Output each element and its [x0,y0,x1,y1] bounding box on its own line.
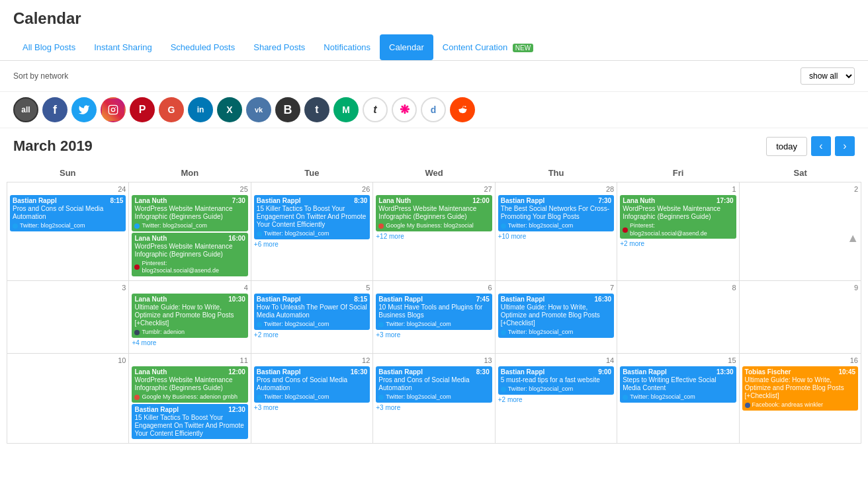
network-icon-instagram[interactable] [101,97,126,122]
calendar-week-2: 3 4 Lana Nuth10:30 Ultimate Guide: How t… [7,281,861,354]
calendar-day-28-thu: 28 Bastian Rappl7:30 The Best Social Net… [496,182,617,280]
event[interactable]: Lana Nuth7:30 WordPress Website Maintena… [132,195,247,231]
day-header-sun: Sun [7,164,129,182]
calendar-day-5: 5 Bastian Rappl8:15 How To Unleash The P… [251,281,373,353]
network-icon-xing[interactable]: X [217,97,242,122]
calendar-day-26-tue: 26 Bastian Rappl8:30 15 Killer Tactics T… [251,182,373,280]
event[interactable]: Bastian Rappl7:45 10 Must Have Tools and… [376,294,492,330]
more-events-link[interactable]: +10 more [498,233,614,240]
more-events-link[interactable]: +3 more [376,331,492,339]
calendar-week-3: 10 11 Lana Nuth12:00 WordPress Website M… [7,354,861,444]
day-header-thu: Thu [495,164,617,182]
scroll-up-indicator[interactable]: ▲ [847,231,859,245]
calendar-week-1: 24 Bastian Rappl8:15 Pros and Cons of So… [7,182,861,281]
svg-point-2 [115,107,116,108]
calendar-day-1-fri: 1 Lana Nuth17:30 WordPress Website Maint… [617,182,739,280]
network-icon-pinterest[interactable]: P [130,97,155,122]
network-icon-tumblr[interactable]: t [304,97,329,122]
tab-calendar[interactable]: Calendar [380,34,433,60]
calendar-day-2-sat: 2 [740,182,861,280]
network-icon-delicious[interactable]: d [421,97,446,122]
event[interactable]: Lana Nuth12:00 WordPress Website Mainten… [376,195,492,231]
new-badge: NEW [513,44,533,52]
calendar-days-header: Sun Mon Tue Wed Thu Fri Sat [7,164,861,182]
network-icon-vk[interactable]: vk [246,97,271,122]
event[interactable]: Lana Nuth12:00 WordPress Website Mainten… [132,366,247,403]
more-events-link[interactable]: +3 more [376,404,492,411]
day-header-mon: Mon [129,164,251,182]
network-icon-all[interactable]: all [13,97,38,122]
more-events-link[interactable]: +2 more [254,331,370,339]
tab-scheduled-posts[interactable]: Scheduled Posts [161,34,245,60]
calendar-day-8: 8 [617,281,739,353]
event[interactable]: Tobias Fischer10:45 Ultimate Guide: How … [742,366,858,411]
event[interactable]: Bastian Rappl8:30 Pros and Cons of Socia… [376,366,492,403]
show-all-select[interactable]: show all [801,67,855,85]
event[interactable]: Bastian Rappl16:30 Ultimate Guide: How t… [498,294,614,338]
calendar-day-4: 4 Lana Nuth10:30 Ultimate Guide: How to … [129,281,251,353]
svg-point-1 [111,108,114,111]
calendar-day-24-sun: 24 Bastian Rappl8:15 Pros and Cons of So… [7,182,129,280]
day-header-sat: Sat [739,164,861,182]
event[interactable]: Bastian Rappl9:00 5 must-read tips for a… [498,366,614,395]
page-title: Calendar [0,0,868,34]
more-events-link[interactable]: +2 more [620,240,736,247]
calendar-month-title: March 2019 [13,138,766,155]
prev-month-button[interactable]: ‹ [811,136,831,156]
calendar-grid: Sun Mon Tue Wed Thu Fri Sat 24 Bastian R… [0,164,868,450]
network-icon-typepad[interactable]: t [363,97,388,122]
tabs-nav: All Blog Posts Instant Sharing Scheduled… [0,34,868,61]
show-all-wrapper: show all [801,67,855,85]
network-icon-blogger[interactable]: B [275,97,300,122]
calendar-day-16: 16 Tobias Fischer10:45 Ultimate Guide: H… [740,354,861,443]
calendar-day-3: 3 [7,281,129,353]
tab-all-blog-posts[interactable]: All Blog Posts [13,34,85,60]
sort-label: Sort by network [13,71,793,81]
event[interactable]: Bastian Rappl8:15 Pros and Cons of Socia… [10,195,126,231]
calendar-day-7: 7 Bastian Rappl16:30 Ultimate Guide: How… [496,281,617,353]
event[interactable]: Bastian Rappl7:30 The Best Social Networ… [498,195,614,231]
calendar-day-13: 13 Bastian Rappl8:30 Pros and Cons of So… [373,354,495,443]
tab-notifications[interactable]: Notifications [314,34,380,60]
more-events-link[interactable]: +12 more [376,233,492,240]
svg-rect-0 [108,105,117,114]
event[interactable]: Bastian Rappl12:30 15 Killer Tactics To … [132,404,247,439]
more-events-link[interactable]: +4 more [132,339,247,346]
tab-instant-sharing[interactable]: Instant Sharing [85,34,161,60]
network-icon-medium[interactable]: M [333,97,359,122]
event[interactable]: Lana Nuth16:00 WordPress Website Mainten… [132,233,247,276]
event[interactable]: Bastian Rappl16:30 Pros and Cons of Soci… [254,366,370,403]
calendar-weeks: 24 Bastian Rappl8:15 Pros and Cons of So… [7,182,861,444]
network-icon-facebook[interactable]: f [42,97,67,122]
network-icon-reddit[interactable] [450,97,475,122]
network-icon-linkedin[interactable]: in [188,97,213,122]
network-filter-bar: all f P G in X vk B t M t ❋ d [0,92,868,128]
day-header-tue: Tue [251,164,373,182]
event[interactable]: Lana Nuth10:30 Ultimate Guide: How to Wr… [132,294,247,338]
more-events-link[interactable]: +2 more [498,396,614,403]
tab-shared-posts[interactable]: Shared Posts [244,34,314,60]
calendar-day-15: 15 Bastian Rappl13:30 Steps to Writing E… [617,354,739,443]
calendar-day-27-wed: 27 Lana Nuth12:00 WordPress Website Main… [373,182,495,280]
event[interactable]: Bastian Rappl8:30 15 Killer Tactics To B… [254,195,370,239]
network-icon-google[interactable]: G [159,97,184,122]
day-header-fri: Fri [617,164,740,182]
more-events-link[interactable]: +3 more [254,404,370,411]
event[interactable]: Lana Nuth17:30 WordPress Website Mainten… [620,195,736,239]
filter-bar: Sort by network show all [0,61,868,92]
network-icon-flickr[interactable]: ❋ [392,97,417,122]
calendar-header: March 2019 today ‹ › [0,128,868,164]
network-icon-twitter[interactable] [71,97,97,122]
calendar-day-14: 14 Bastian Rappl9:00 5 must-read tips fo… [496,354,617,443]
day-header-wed: Wed [373,164,496,182]
calendar-day-25-mon: 25 Lana Nuth7:30 WordPress Website Maint… [129,182,251,280]
calendar-day-6: 6 Bastian Rappl7:45 10 Must Have Tools a… [373,281,495,353]
more-events-link[interactable]: +6 more [254,241,370,248]
calendar-day-10: 10 [7,354,129,443]
calendar-day-12: 12 Bastian Rappl16:30 Pros and Cons of S… [251,354,373,443]
next-month-button[interactable]: › [835,136,855,156]
tab-content-curation[interactable]: Content Curation NEW [433,34,542,60]
event[interactable]: Bastian Rappl8:15 How To Unleash The Pow… [254,294,370,330]
today-button[interactable]: today [766,137,807,156]
event[interactable]: Bastian Rappl13:30 Steps to Writing Effe… [620,366,736,403]
